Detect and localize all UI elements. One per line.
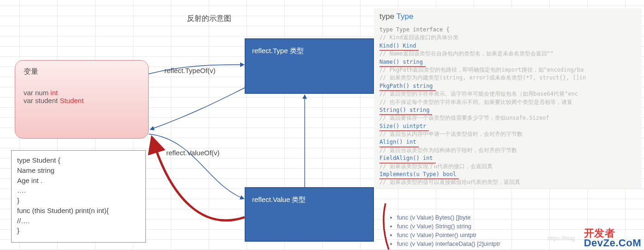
type-doc-panel: type Type type Type interface { // Kind返…	[374, 8, 642, 189]
variable-line-student: var student Student	[24, 97, 140, 104]
variable-box: 变量 var num int var student Student	[15, 60, 149, 139]
doc-title: type Type	[379, 12, 636, 21]
value-func-list: func (v Value) Bytes() []byte func (v Va…	[389, 213, 500, 248]
variable-heading: 变量	[24, 67, 140, 77]
watermark-logo: 开发者 DevZe.CoM	[584, 229, 641, 248]
diagram-title: 反射的示意图	[187, 14, 231, 24]
list-item: func (v Value) Pointer() uintptr	[397, 231, 500, 240]
typeof-label: reflect.TypeOf(v)	[164, 67, 216, 74]
variable-line-num: var num int	[24, 89, 140, 97]
list-item: func (v Value) String() string	[397, 222, 500, 231]
watermark-blog: https://blog	[548, 235, 575, 242]
list-item: func (v Value) InterfaceData() [2]uintpt…	[397, 240, 500, 249]
list-item: func (v Value) Bytes() []byte	[397, 213, 500, 222]
struct-definition-box: type Student { Name string Age int . …. …	[11, 150, 146, 243]
reflect-value-box: reflect.Value 类型	[245, 187, 374, 242]
doc-code: type Type interface { // Kind返回该接口的具体分类 …	[379, 26, 636, 187]
reflect-type-box: reflect.Type 类型	[245, 38, 374, 94]
valueof-label: reflect.ValueOf(v)	[166, 149, 220, 157]
